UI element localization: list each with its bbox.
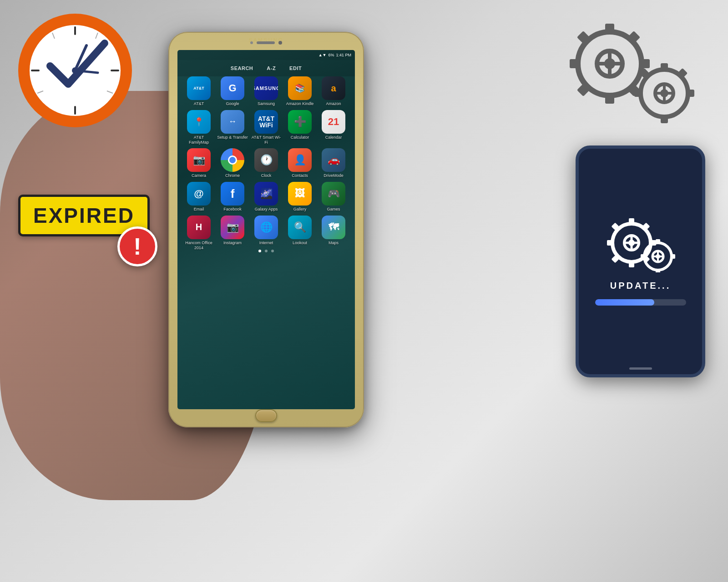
app-hancom[interactable]: H Hancom Office 2014 <box>183 216 214 251</box>
google-icon: G <box>221 76 244 100</box>
svg-rect-32 <box>634 90 642 97</box>
contacts-icon: 👤 <box>288 148 312 172</box>
update-phone-overlay: UPDATE... <box>576 146 705 377</box>
lookout-label: Lookout <box>293 241 307 246</box>
app-internet[interactable]: 🌐 Internet <box>251 216 282 251</box>
app-drivemode[interactable]: 🚗 DriveMode <box>318 148 349 178</box>
app-row-5: H Hancom Office 2014 📷 Instagram 🌐 Inter… <box>182 216 350 251</box>
att-label: AT&T <box>194 101 204 106</box>
app-att[interactable]: AT&T AT&T <box>183 76 214 106</box>
app-clock[interactable]: 🕐 Clock <box>251 148 282 178</box>
app-galaxy[interactable]: 🌌 Galaxy Apps <box>251 182 282 212</box>
svg-rect-41 <box>629 261 634 267</box>
kindle-label: Amazon Kindle <box>286 101 314 106</box>
app-email[interactable]: @ Email <box>183 182 214 212</box>
clock-icon: 🕐 <box>254 148 278 172</box>
app-setup-transfer[interactable]: ↔ Setup & Transfer <box>217 110 248 145</box>
amazon-label: Amazon <box>326 101 341 106</box>
svg-rect-30 <box>661 116 668 123</box>
page-dots <box>182 250 350 252</box>
att-smart-label: AT&T Smart Wi-Fi <box>251 135 282 145</box>
app-row-1: AT&T AT&T G Google SAMSUNG Samsung 📚 Ama… <box>182 76 350 106</box>
samsung-icon: SAMSUNG <box>254 76 278 100</box>
app-maps[interactable]: 🗺 Maps <box>318 216 349 251</box>
maps-label: Maps <box>329 241 339 246</box>
app-gallery[interactable]: 🖼 Gallery <box>284 182 315 212</box>
signal-icon: ▲▼ <box>318 53 327 57</box>
svg-rect-40 <box>629 218 634 225</box>
dot-1 <box>258 250 261 252</box>
app-familymap[interactable]: 📍 AT&T FamilyMap <box>183 110 214 145</box>
home-button[interactable] <box>255 409 277 422</box>
clock-svg <box>14 9 136 132</box>
att-icon: AT&T <box>187 76 211 100</box>
gears-overlay <box>555 14 701 132</box>
internet-label: Internet <box>259 241 273 246</box>
app-instagram[interactable]: 📷 Instagram <box>217 216 248 251</box>
update-gears-svg <box>604 218 677 272</box>
games-label: Games <box>327 207 340 212</box>
app-kindle[interactable]: 📚 Amazon Kindle <box>284 76 315 106</box>
instagram-icon: 📷 <box>221 216 244 239</box>
search-label[interactable]: SEARCH <box>231 65 253 71</box>
games-icon: 🎮 <box>322 182 345 206</box>
phone-frame: SAMSUNG ▲▼ 6% 1:41 PM SEARCH A-Z EDIT <box>168 32 364 427</box>
facebook-icon: f <box>221 182 244 206</box>
app-lookout[interactable]: 🔍 Lookout <box>284 216 315 251</box>
svg-rect-19 <box>570 59 579 68</box>
time-text: 1:41 PM <box>336 53 351 57</box>
update-label: UPDATE... <box>610 281 671 291</box>
drivemode-label: DriveMode <box>324 173 344 178</box>
app-camera[interactable]: 📷 Camera <box>183 148 214 178</box>
app-grid: AT&T AT&T G Google SAMSUNG Samsung 📚 Ama… <box>182 76 350 391</box>
app-facebook[interactable]: f Facebook <box>217 182 248 212</box>
setup-icon: ↔ <box>221 110 244 134</box>
google-label: Google <box>226 101 239 106</box>
app-calendar[interactable]: 21 Calendar <box>318 110 349 145</box>
update-progress-bar <box>595 299 686 306</box>
drivemode-icon: 🚗 <box>322 148 345 172</box>
email-icon: @ <box>187 182 211 206</box>
az-label[interactable]: A-Z <box>267 65 276 71</box>
app-contacts[interactable]: 👤 Contacts <box>284 148 315 178</box>
app-chrome[interactable]: Chrome <box>217 148 248 178</box>
calendar-icon: 21 <box>322 110 345 134</box>
edit-label[interactable]: EDIT <box>289 65 302 71</box>
app-row-3: 📷 Camera Chrome 🕐 Clock <box>182 148 350 178</box>
email-label: Email <box>194 207 204 212</box>
update-progress-fill <box>595 299 654 306</box>
app-row-2: 📍 AT&T FamilyMap ↔ Setup & Transfer AT&T… <box>182 110 350 145</box>
lookout-icon: 🔍 <box>288 216 312 239</box>
app-row-4: @ Email f Facebook 🌌 Galaxy Apps 🖼 Galle… <box>182 182 350 212</box>
clock-label: Clock <box>261 173 272 178</box>
att-smart-icon: AT&TWiFi <box>254 110 278 134</box>
calendar-label: Calendar <box>325 135 342 140</box>
clock-badge-overlay <box>14 9 136 132</box>
svg-rect-43 <box>607 240 613 246</box>
instagram-label: Instagram <box>223 241 242 246</box>
app-amazon[interactable]: a Amazon <box>318 76 349 106</box>
app-games[interactable]: 🎮 Games <box>318 182 349 212</box>
chrome-icon <box>221 148 244 172</box>
setup-label: Setup & Transfer <box>217 135 248 140</box>
alert-symbol: ! <box>133 235 141 258</box>
svg-rect-55 <box>671 254 675 259</box>
hancom-label: Hancom Office 2014 <box>183 241 214 251</box>
dot-2 <box>265 250 268 252</box>
camera-icon: 📷 <box>187 148 211 172</box>
app-list-header: SEARCH A-Z EDIT <box>177 60 355 76</box>
app-samsung[interactable]: SAMSUNG Samsung <box>251 76 282 106</box>
galaxy-label: Galaxy Apps <box>255 207 278 212</box>
svg-rect-16 <box>605 24 614 33</box>
app-att-smart[interactable]: AT&TWiFi AT&T Smart Wi-Fi <box>251 110 282 145</box>
svg-rect-53 <box>656 239 660 244</box>
samsung-label: Samsung <box>258 101 275 106</box>
app-google[interactable]: G Google <box>217 76 248 106</box>
phone-area: SAMSUNG ▲▼ 6% 1:41 PM SEARCH A-Z EDIT <box>91 23 478 559</box>
hancom-icon: H <box>187 216 211 239</box>
phone-screen: ▲▼ 6% 1:41 PM SEARCH A-Z EDIT AT&T AT&T <box>177 50 355 409</box>
svg-rect-54 <box>656 269 660 272</box>
amazon-icon: a <box>322 76 345 100</box>
status-bar: ▲▼ 6% 1:41 PM <box>177 50 355 60</box>
app-calculator[interactable]: ➕ Calculator <box>284 110 315 145</box>
